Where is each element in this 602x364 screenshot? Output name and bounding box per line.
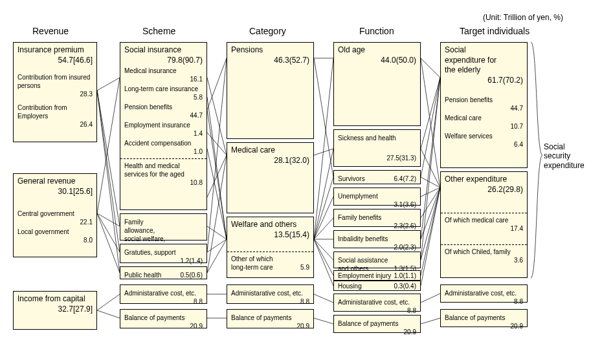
elderly-medical-value: 10.7	[445, 122, 523, 131]
svg-line-17	[207, 226, 227, 239]
target-admin-value: 8.8	[445, 297, 523, 306]
insurance-premium-title: Insurance premium	[17, 45, 93, 56]
emp-injury-value: 1.0(1.1)	[394, 272, 416, 280]
longterm-care-label: Long-term care insurance	[124, 85, 198, 93]
welfare-title: Welfare and others	[231, 220, 309, 230]
svg-line-13	[207, 110, 227, 239]
svg-line-28	[314, 149, 333, 239]
function-social-assist: Social assistance and others1.3(1.5)	[333, 252, 421, 268]
unit-label: (Unit: Trillion of yen, %)	[483, 13, 563, 22]
pension-benefits-value: 44.7	[124, 111, 203, 120]
public-health-label: Public health	[124, 271, 161, 279]
function-inbalidity: Inbalidity benefits 2.0(2.3)	[333, 230, 421, 248]
svg-line-27	[314, 58, 333, 239]
emp-injury-label: Employment injury	[338, 272, 391, 280]
social-security-expenditure-label: Social security expenditure	[544, 142, 583, 170]
category-pensions: Pensions 46.3(52.7)	[227, 42, 314, 139]
scheme-balance-value: 20.9	[124, 322, 203, 330]
oldage-title: Old age	[338, 45, 416, 56]
inbalidity-label: Inbalidity benefits	[338, 235, 388, 243]
svg-line-0	[97, 78, 120, 91]
svg-line-35	[314, 239, 333, 286]
svg-line-6	[97, 213, 120, 252]
welfare-sub-label: Other of which long-term care	[231, 255, 283, 272]
income-capital-value: 32.7[27.9]	[17, 305, 93, 315]
central-gov-value: 22.1	[17, 218, 93, 226]
elderly-welfare-label: Welfare services	[445, 132, 493, 140]
local-gov-value: 8.0	[17, 236, 93, 244]
svg-line-3	[97, 91, 120, 273]
svg-line-26	[314, 149, 333, 155]
elderly-value: 61.7(70.2)	[445, 76, 523, 86]
other-exp-value: 26.2(29.8)	[445, 185, 523, 195]
scheme-public-health: Public health0.5(0.6)	[120, 266, 207, 279]
svg-line-33	[314, 239, 333, 260]
svg-line-9	[97, 310, 120, 318]
pensions-title: Pensions	[231, 45, 309, 56]
category-admin-label: Administarative cost, etc.	[231, 289, 303, 297]
survivors-value: 6.4(7.2)	[394, 175, 416, 183]
svg-line-34	[314, 239, 333, 275]
svg-line-46	[421, 78, 440, 239]
sickness-value: 27.5(31.3)	[338, 154, 416, 162]
target-admin: Administarative cost, etc. 8.8	[440, 284, 528, 303]
welfare-value: 13.5(15.4)	[231, 230, 309, 241]
svg-line-29	[314, 177, 333, 239]
public-health-value: 0.5(0.6)	[181, 271, 203, 279]
function-emp-injury: Employment injury1.0(1.1)	[333, 270, 421, 281]
accident-comp-value: 1.0	[124, 147, 203, 156]
central-gov-label: Central government	[17, 209, 74, 218]
health-aged-label: Health and medical services for the aged	[124, 162, 203, 178]
svg-line-19	[207, 58, 227, 252]
category-balance: Balance of payments 20.9	[227, 309, 314, 328]
svg-line-41	[421, 149, 440, 187]
medical-care-title: Medical care	[231, 145, 309, 156]
category-welfare: Welfare and others 13.5(15.4) Other of w…	[227, 217, 314, 278]
elderly-pension-label: Pension benefits	[445, 96, 493, 104]
function-survivors: Survivors6.4(7.2)	[333, 170, 421, 184]
function-housing: Housing0.3(0.4)	[333, 281, 421, 291]
employment-insurance-value: 1.4	[124, 129, 203, 138]
svg-line-37	[314, 318, 333, 324]
svg-line-5	[97, 213, 120, 226]
function-sickness: Sickness and health 27.5(31.3)	[333, 129, 421, 167]
social-insurance-title: Social insurance	[124, 45, 203, 56]
svg-line-39	[421, 58, 440, 187]
svg-line-20	[207, 155, 227, 273]
category-balance-label: Balance of payments	[231, 314, 291, 322]
gratuities-value: 1.2(1.4)	[124, 257, 203, 265]
svg-line-36	[314, 294, 333, 303]
insurance-premium-value: 54.7[46.6]	[17, 56, 93, 66]
svg-line-8	[97, 294, 120, 310]
svg-line-52	[421, 294, 440, 303]
svg-line-4	[97, 78, 120, 213]
category-medical: Medical care 28.1(32.0)	[227, 142, 314, 213]
function-balance-label: Balance of payments	[338, 319, 398, 328]
revenue-insurance-premium: Insurance premium 54.7[46.6] Contributio…	[13, 42, 97, 142]
employers-label: Contribution from Employers	[17, 103, 93, 120]
target-other: Other expenditure 26.2(29.8) Of which me…	[440, 171, 528, 278]
svg-line-48	[421, 78, 440, 260]
family-benefits-label: Family benefits	[338, 213, 381, 222]
elderly-medical-label: Medical care	[445, 114, 482, 122]
housing-label: Housing	[338, 282, 362, 290]
svg-line-44	[421, 187, 440, 197]
other-exp-title: Other expenditure	[445, 175, 523, 185]
oldage-value: 44.0(50.0)	[338, 56, 416, 66]
category-balance-value: 20.9	[231, 322, 309, 330]
svg-line-51	[421, 187, 440, 286]
social-insurance-value: 79.8(90.7)	[124, 56, 203, 66]
function-family: Family benefits 2.3(2.6)	[333, 209, 421, 227]
scheme-balance-label: Balance of payments	[124, 314, 184, 322]
function-admin-value: 8.8	[338, 306, 416, 315]
svg-line-38	[421, 58, 440, 78]
svg-line-43	[421, 177, 440, 187]
svg-line-40	[421, 78, 440, 149]
other-medical-value: 17.4	[445, 224, 523, 233]
inbalidity-value: 2.0(2.3)	[338, 243, 416, 252]
housing-value: 0.3(0.4)	[394, 282, 416, 290]
svg-line-15	[207, 149, 227, 239]
insured-persons-label: Contribution from insured persons	[17, 73, 93, 90]
family-benefits-value: 2.3(2.6)	[338, 222, 416, 230]
revenue-income-capital: Income from capital 32.7[27.9]	[13, 291, 97, 330]
